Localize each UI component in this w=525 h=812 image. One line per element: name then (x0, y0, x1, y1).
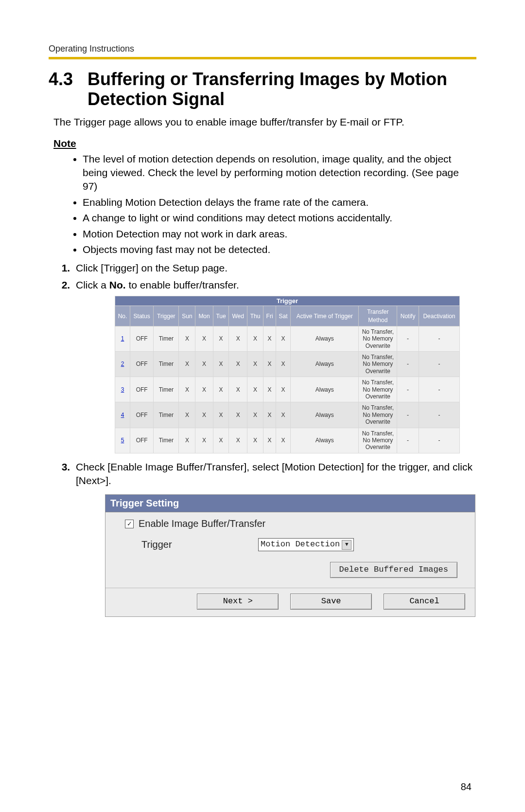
cell-transfer: No Transfer,No Memory Overwrite (359, 377, 397, 402)
step-1: Click [Trigger] on the Setup page. (73, 261, 476, 275)
save-button[interactable]: Save (290, 594, 372, 610)
note-item: A change to light or wind conditions may… (83, 211, 476, 225)
next-button[interactable]: Next > (197, 594, 279, 610)
cell-transfer: No Transfer,No Memory Overwrite (359, 352, 397, 377)
cell-deact: - (419, 326, 459, 351)
trigger-label: Trigger (141, 538, 258, 551)
cell-notify: - (397, 402, 419, 428)
header-rule (49, 57, 476, 59)
table-row: 1OFFTimerXXXXXXXAlwaysNo Transfer,No Mem… (115, 326, 460, 351)
cell-trigger: Timer (154, 326, 179, 351)
trigger-table-body: 1OFFTimerXXXXXXXAlwaysNo Transfer,No Mem… (115, 326, 460, 453)
cell-day: X (213, 352, 229, 377)
trigger-no-link[interactable]: 2 (121, 361, 124, 367)
cell-active: Always (291, 377, 359, 402)
col-fri: Fri (263, 306, 276, 326)
trigger-no-link[interactable]: 3 (121, 386, 124, 393)
col-status: Status (130, 306, 154, 326)
col-deact: Deactivation (419, 306, 459, 326)
trigger-no-link[interactable]: 1 (121, 335, 124, 342)
col-no: No. (115, 306, 130, 326)
cell-day: X (213, 402, 229, 428)
table-row: 5OFFTimerXXXXXXXAlwaysNo Transfer,No Mem… (115, 428, 460, 453)
cell-transfer: No Transfer,No Memory Overwrite (359, 428, 397, 453)
step-2-text-post: to enable buffer/transfer. (126, 279, 239, 290)
trigger-setting-panel: Trigger Setting ✓ Enable Image Buffer/Tr… (105, 494, 475, 617)
cell-day: X (195, 377, 213, 402)
cell-trigger: Timer (154, 352, 179, 377)
cell-notify: - (397, 428, 419, 453)
cell-day: X (247, 428, 263, 453)
section-intro: The Trigger page allows you to enable im… (53, 116, 476, 128)
cell-day: X (276, 352, 290, 377)
cell-trigger: Timer (154, 428, 179, 453)
cell-deact: - (419, 428, 459, 453)
cancel-button[interactable]: Cancel (384, 594, 465, 610)
cell-day: X (247, 377, 263, 402)
note-heading: Note (53, 138, 476, 149)
col-thu: Thu (247, 306, 263, 326)
table-row: 2OFFTimerXXXXXXXAlwaysNo Transfer,No Mem… (115, 352, 460, 377)
section-title: Buffering or Transferring Images by Moti… (88, 69, 476, 109)
cell-status: OFF (130, 428, 154, 453)
cell-day: X (276, 326, 290, 351)
cell-day: X (263, 402, 276, 428)
col-mon: Mon (195, 306, 213, 326)
cell-day: X (195, 326, 213, 351)
col-trigger: Trigger (154, 306, 179, 326)
cell-day: X (179, 326, 195, 351)
note-item: Motion Detection may not work in dark ar… (83, 227, 476, 241)
col-wed: Wed (229, 306, 247, 326)
cell-transfer: No Transfer,No Memory Overwrite (359, 326, 397, 351)
cell-day: X (229, 326, 247, 351)
cell-day: X (229, 377, 247, 402)
enable-checkbox[interactable]: ✓ (125, 520, 134, 528)
cell-day: X (213, 377, 229, 402)
enable-row: ✓ Enable Image Buffer/Transfer (125, 517, 467, 530)
cell-notify: - (397, 352, 419, 377)
trigger-setting-footer: Next > Save Cancel (105, 588, 475, 616)
col-active: Active Time of Trigger (291, 306, 359, 326)
cell-day: X (213, 428, 229, 453)
cell-day: X (247, 402, 263, 428)
cell-notify: - (397, 326, 419, 351)
note-list: The level of motion detection depends on… (83, 152, 476, 256)
cell-day: X (263, 428, 276, 453)
cell-active: Always (291, 352, 359, 377)
cell-day: X (195, 428, 213, 453)
trigger-no-link[interactable]: 5 (121, 437, 124, 444)
cell-status: OFF (130, 377, 154, 402)
col-sat: Sat (276, 306, 290, 326)
running-header: Operating Instructions (49, 44, 476, 54)
trigger-no-link[interactable]: 4 (121, 412, 124, 418)
cell-notify: - (397, 377, 419, 402)
cell-day: X (276, 428, 290, 453)
cell-day: X (263, 326, 276, 351)
trigger-select[interactable]: Motion Detection ▼ (258, 538, 354, 551)
section-number: 4.3 (49, 69, 88, 109)
cell-deact: - (419, 377, 459, 402)
cell-day: X (179, 402, 195, 428)
cell-trigger: Timer (154, 377, 179, 402)
steps-list: Click [Trigger] on the Setup page. Click… (53, 261, 476, 617)
cell-active: Always (291, 326, 359, 351)
cell-active: Always (291, 402, 359, 428)
cell-day: X (179, 352, 195, 377)
col-sun: Sun (179, 306, 195, 326)
step-3: Check [Enable Image Buffer/Transfer], se… (73, 460, 476, 617)
cell-day: X (213, 326, 229, 351)
trigger-setting-title: Trigger Setting (105, 495, 475, 512)
step-2-bold: No. (109, 279, 126, 290)
section-heading: 4.3 Buffering or Transferring Images by … (49, 69, 476, 109)
col-transfer: Transfer Method (359, 306, 397, 326)
note-item: Enabling Motion Detection delays the fra… (83, 196, 476, 209)
cell-day: X (263, 377, 276, 402)
cell-day: X (195, 352, 213, 377)
cell-transfer: No Transfer,No Memory Overwrite (359, 402, 397, 428)
table-row: 3OFFTimerXXXXXXXAlwaysNo Transfer,No Mem… (115, 377, 460, 402)
delete-buffered-button[interactable]: Delete Buffered Images (330, 562, 457, 578)
cell-day: X (229, 402, 247, 428)
cell-day: X (276, 377, 290, 402)
table-row: 4OFFTimerXXXXXXXAlwaysNo Transfer,No Mem… (115, 402, 460, 428)
cell-deact: - (419, 402, 459, 428)
